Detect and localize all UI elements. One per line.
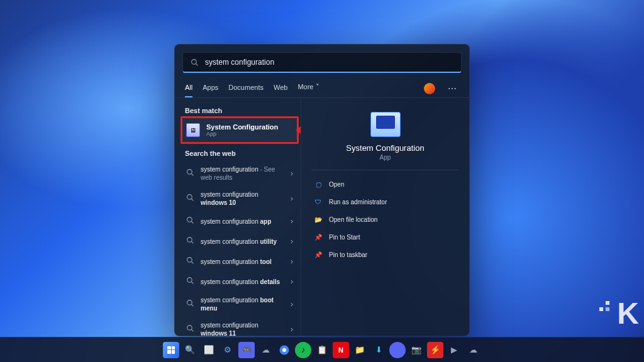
taskbar-task-view-icon[interactable]: ⬜ — [201, 342, 217, 358]
web-result-item[interactable]: system configuration - See web results› — [182, 161, 297, 186]
svg-point-15 — [187, 300, 192, 305]
chevron-right-icon: › — [291, 169, 293, 178]
svg-point-5 — [187, 195, 192, 200]
chevron-right-icon: › — [291, 277, 293, 286]
tab-all[interactable]: All — [185, 80, 192, 97]
action-open-location[interactable]: 📂 Open file location — [311, 212, 459, 227]
taskbar-app-icon[interactable] — [389, 342, 406, 358]
action-label: Open — [329, 181, 344, 188]
web-result-item[interactable]: system configuration boot menu› — [182, 292, 297, 317]
web-result-item[interactable]: system configuration app› — [182, 211, 297, 231]
taskbar-search-icon[interactable]: 🔍 — [182, 342, 198, 358]
svg-point-20 — [282, 348, 286, 352]
annotation-arrow-icon — [296, 122, 301, 138]
user-avatar[interactable] — [424, 83, 435, 94]
svg-line-18 — [191, 329, 193, 331]
svg-point-17 — [187, 326, 192, 331]
taskbar-app-icon[interactable]: ⬇ — [370, 342, 387, 358]
best-match-header: Best match — [185, 107, 294, 114]
taskbar-spotify-icon[interactable]: ♪ — [295, 342, 311, 358]
search-icon — [186, 193, 194, 204]
search-icon — [186, 276, 194, 287]
tab-web[interactable]: Web — [274, 80, 287, 97]
action-open[interactable]: ▢ Open — [311, 177, 459, 192]
taskbar-app-icon[interactable]: ☁ — [257, 342, 274, 358]
tab-documents[interactable]: Documents — [228, 80, 264, 97]
web-result-text: system configuration app — [201, 217, 284, 226]
tab-apps[interactable]: Apps — [203, 80, 218, 97]
taskbar-app-icon[interactable]: ☁ — [465, 342, 481, 358]
tab-more[interactable]: More ˅ — [297, 79, 319, 97]
search-icon — [186, 256, 194, 267]
taskbar: 🔍 ⬜ ⚙ 🎮 ☁ ♪ 📋 N 📁 ⬇ 📷 ⚡ ▶ ☁ — [0, 337, 644, 362]
preview-subtitle: App — [311, 154, 459, 161]
search-input-container[interactable] — [182, 52, 462, 73]
search-icon — [186, 324, 194, 335]
web-result-text: system configuration - See web results — [201, 165, 284, 182]
taskbar-app-icon[interactable]: ⚡ — [427, 342, 443, 358]
svg-point-11 — [187, 258, 192, 263]
preview-title: System Configuration — [311, 143, 459, 153]
svg-line-12 — [191, 261, 193, 263]
overflow-menu-icon[interactable]: ⋯ — [445, 84, 459, 94]
taskbar-chrome-icon[interactable] — [276, 342, 292, 358]
chevron-right-icon: › — [291, 237, 293, 246]
web-result-item[interactable]: system configuration details› — [182, 272, 297, 292]
svg-line-4 — [191, 173, 193, 175]
svg-point-3 — [187, 170, 192, 175]
svg-point-9 — [187, 238, 192, 243]
search-web-header: Search the web — [185, 150, 294, 157]
taskbar-explorer-icon[interactable]: 📁 — [352, 342, 368, 358]
web-result-text: system configuration windows 10 — [201, 190, 284, 207]
best-match-title: System Configuration — [206, 123, 278, 131]
results-list: Best match 🖥 System Configuration App Se… — [175, 98, 301, 336]
search-input[interactable] — [205, 58, 453, 67]
preview-app-icon — [370, 112, 401, 137]
web-result-text: system configuration boot menu — [201, 296, 284, 312]
taskbar-app-icon[interactable]: N — [333, 342, 349, 358]
search-icon — [186, 168, 194, 179]
web-result-item[interactable]: system configuration windows 10› — [182, 186, 297, 211]
taskbar-app-icon[interactable]: ▶ — [446, 342, 462, 358]
best-match-result[interactable]: 🖥 System Configuration App — [182, 118, 297, 142]
web-result-text: system configuration utility — [201, 238, 284, 246]
web-result-item[interactable]: system configuration windows 11› — [182, 317, 297, 336]
taskbar-app-icon[interactable]: 📷 — [408, 342, 425, 358]
action-pin-taskbar[interactable]: 📌 Pin to taskbar — [311, 247, 459, 262]
svg-line-1 — [196, 63, 197, 65]
web-result-item[interactable]: system configuration utility› — [182, 231, 297, 251]
chevron-right-icon: › — [291, 217, 293, 226]
action-label: Open file location — [329, 216, 377, 223]
svg-line-8 — [191, 221, 193, 223]
pin-icon: 📌 — [314, 250, 323, 259]
svg-point-7 — [187, 217, 192, 222]
search-icon — [191, 58, 199, 67]
taskbar-app-icon[interactable]: 📋 — [314, 342, 330, 358]
taskbar-app-icon[interactable]: ⚙ — [219, 342, 236, 358]
windows-logo-icon — [167, 346, 175, 354]
search-icon — [186, 299, 194, 310]
watermark-logo: K — [617, 296, 638, 331]
chevron-right-icon: › — [291, 194, 293, 203]
svg-line-16 — [191, 304, 193, 306]
svg-line-6 — [191, 199, 193, 200]
shield-icon: 🛡 — [314, 197, 323, 206]
svg-point-0 — [192, 59, 197, 64]
start-button[interactable] — [163, 342, 179, 358]
open-icon: ▢ — [314, 180, 323, 189]
best-match-subtitle: App — [206, 131, 278, 137]
search-icon — [186, 216, 194, 227]
taskbar-app-icon[interactable]: 🎮 — [238, 342, 255, 358]
chevron-right-icon: › — [291, 257, 293, 266]
folder-icon: 📂 — [314, 215, 323, 224]
chevron-right-icon: › — [291, 325, 293, 334]
start-search-panel: All Apps Documents Web More ˅ ⋯ Best mat… — [174, 44, 470, 336]
web-result-text: system configuration details — [201, 278, 284, 286]
preview-pane: System Configuration App ▢ Open 🛡 Run as… — [301, 98, 469, 336]
search-icon — [186, 236, 194, 247]
action-run-admin[interactable]: 🛡 Run as administrator — [311, 194, 459, 209]
web-result-text: system configuration windows 11 — [201, 321, 284, 336]
action-label: Pin to taskbar — [329, 251, 367, 258]
action-pin-start[interactable]: 📌 Pin to Start — [311, 229, 459, 244]
web-result-item[interactable]: system configuration tool› — [182, 251, 297, 272]
